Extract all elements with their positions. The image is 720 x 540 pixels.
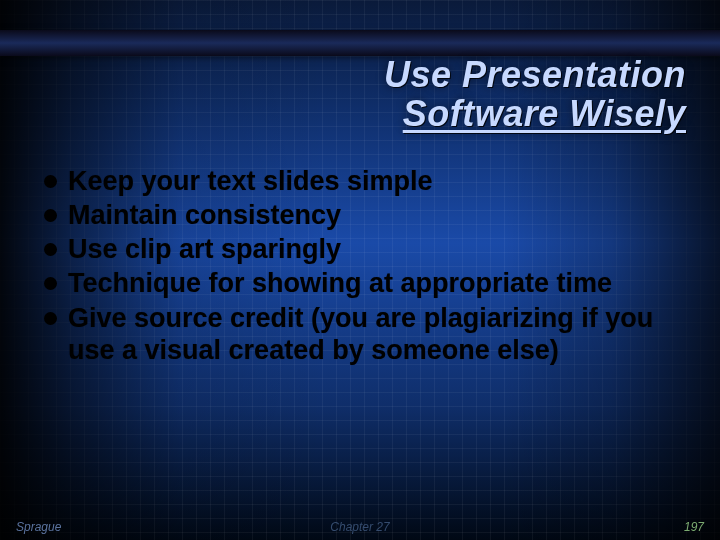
footer-page-number: 197 (684, 520, 704, 534)
bullet-text: Keep your text slides simple (68, 166, 433, 196)
footer-chapter: Chapter 27 (330, 520, 389, 534)
list-item: Give source credit (you are plagiarizing… (38, 302, 672, 366)
bullet-text: Use clip art sparingly (68, 234, 341, 264)
slide-footer: Sprague Chapter 27 197 (0, 520, 720, 534)
bullet-text: Maintain consistency (68, 200, 341, 230)
list-item: Maintain consistency (38, 199, 672, 231)
slide-body: Keep your text slides simple Maintain co… (38, 165, 672, 368)
header-band (0, 30, 720, 56)
bullet-text: Give source credit (you are plagiarizing… (68, 303, 653, 365)
title-line-1: Use Presentation (384, 54, 686, 95)
slide-title: Use Presentation Software Wisely (260, 56, 686, 134)
slide: Use Presentation Software Wisely Keep yo… (0, 0, 720, 540)
footer-author: Sprague (16, 520, 61, 534)
bullet-list: Keep your text slides simple Maintain co… (38, 165, 672, 366)
list-item: Use clip art sparingly (38, 233, 672, 265)
bullet-text: Technique for showing at appropriate tim… (68, 268, 612, 298)
list-item: Keep your text slides simple (38, 165, 672, 197)
list-item: Technique for showing at appropriate tim… (38, 267, 672, 299)
title-line-2: Software Wisely (403, 93, 686, 134)
